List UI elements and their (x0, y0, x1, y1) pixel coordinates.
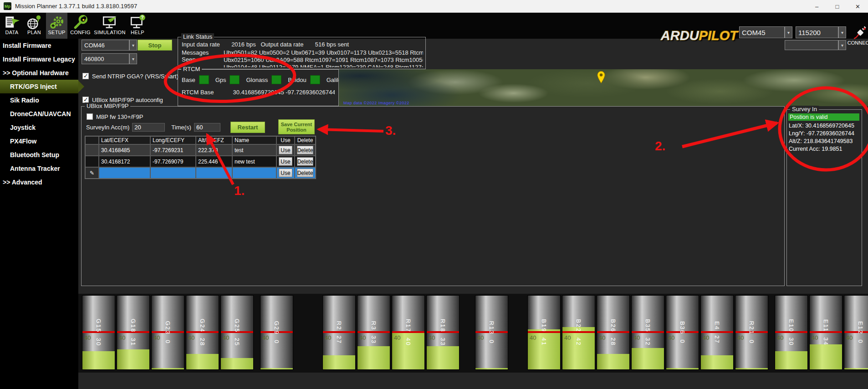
snr-threshold-label: 40 (394, 334, 400, 341)
toolbar-item-help[interactable]: ?HELP (128, 13, 148, 39)
baud-rate-dropdown-arrow[interactable] (838, 26, 846, 38)
table-cell (99, 167, 150, 179)
svg-text:?: ? (141, 15, 143, 20)
sidebar-item-antenna-tracker[interactable]: Antenna Tracker (0, 162, 78, 175)
sidebar-item-px4flow[interactable]: PX4Flow (0, 134, 78, 148)
gps-com-port-select[interactable]: COM46 (82, 40, 129, 51)
survey-status-badge: Postion is valid (788, 113, 859, 121)
satellite-label: E12 0 (857, 321, 864, 344)
ntrip-gga-checkbox[interactable]: Send NTRIP GGA? (VRS/Smart) (82, 72, 179, 80)
toolbar-item-simulation[interactable]: SIMULATION (93, 13, 126, 39)
snr-threshold-label: 40 (703, 334, 709, 341)
satellite-bar-e12: 40E12 0 (844, 295, 868, 370)
satellite-bar-b26: 40B26 28 (597, 295, 630, 370)
snr-threshold-label: 40 (633, 334, 640, 341)
satellite-bar-g18: 40G18 31 (117, 295, 150, 370)
sidebar-item--optional-hardware[interactable]: >> Optional Hardware (0, 66, 78, 80)
window-title: Mission Planner 1.3.77.1 build 1.3.8180.… (15, 3, 137, 10)
satellite-bar-g25: 40G25 25 (220, 295, 254, 370)
main-toolbar: DATAPLANSETUPCONFIGSIMULATION?HELP ARDUP… (0, 13, 868, 39)
satellite-label: R21 0 (748, 321, 755, 344)
delete-button[interactable]: Delete (297, 146, 314, 154)
satellite-label: E10 30 (788, 319, 795, 346)
column-header: Long/ECEFY (150, 136, 196, 144)
rtcm-indicator-light-base (199, 75, 209, 84)
toolbar-item-label: SIMULATION (94, 30, 125, 35)
sidebar-item-install-firmware[interactable]: Install Firmware (0, 39, 78, 52)
restart-button[interactable]: Restart (230, 122, 265, 133)
secondary-port-select[interactable] (785, 40, 838, 50)
snr-threshold-label: 40 (359, 334, 366, 341)
toolbar-item-data[interactable]: DATA (1, 13, 22, 39)
mission-planner-window: Mp Mission Planner 1.3.77.1 build 1.3.81… (0, 0, 868, 389)
sidebar-item-bluetooth-setup[interactable]: Bluetooth Setup (0, 148, 78, 162)
row-selector[interactable]: ✎ (85, 167, 99, 179)
messages-line: Ubx0501=82 Ubx0500=2 Ubx0671=39 Ubx0107=… (224, 49, 423, 56)
table-cell-use: Use (276, 144, 295, 156)
com-port-select[interactable]: COM45 (739, 26, 785, 38)
row-selector[interactable] (85, 144, 99, 156)
connect-button[interactable]: CONNECT (846, 26, 868, 51)
use-button[interactable]: Use (279, 169, 292, 177)
sidebar-item--advanced[interactable]: >> Advanced (0, 175, 78, 189)
snr-threshold-label: 40 (530, 334, 536, 341)
snr-fill (701, 355, 733, 369)
snr-threshold-label: 40 (153, 334, 160, 341)
baud-rate-select[interactable]: 115200 (796, 26, 838, 38)
table-row[interactable]: 30.4168485-97.7269231222.378testUseDelet… (85, 144, 316, 156)
minimize-button[interactable]: – (807, 0, 827, 13)
gps-com-port-dropdown-arrow[interactable] (129, 40, 137, 51)
column-header: Lat/ECEFX (99, 136, 150, 144)
survey-in-panel: Survey In Postion is valid Lat/X: 30.416… (786, 109, 862, 286)
sidebar-item-sik-radio[interactable]: Sik Radio (0, 93, 78, 107)
m8p-fw-checkbox[interactable]: M8P fw 130+/F9P (87, 113, 143, 121)
rtcm-indicator-light-gps (230, 75, 240, 84)
help-icon: ? (129, 14, 146, 31)
table-cell-delete: Delete (295, 167, 316, 179)
delete-button[interactable]: Delete (297, 169, 314, 177)
satellite-label: B19 41 (541, 319, 547, 346)
sidebar-item-install-firmware-legacy[interactable]: Install Firmware Legacy (0, 52, 78, 66)
toolbar-item-config[interactable]: CONFIG (69, 13, 92, 39)
rtcm-indicator-label-glonass: Glonass (246, 77, 268, 83)
maximize-button[interactable]: □ (827, 0, 848, 13)
secondary-port-dropdown-arrow[interactable] (838, 40, 846, 50)
satellite-label: G23 0 (164, 321, 171, 344)
snr-fill (357, 346, 390, 369)
satellite-label: G15 30 (95, 319, 102, 346)
com-port-dropdown-arrow[interactable] (785, 26, 792, 38)
delete-button[interactable]: Delete (297, 157, 314, 166)
table-row[interactable]: ✎UseDelete (85, 167, 316, 179)
time-input[interactable]: 60 (194, 123, 220, 132)
time-label: Time(s) (171, 124, 191, 131)
use-button[interactable]: Use (279, 146, 292, 154)
close-button[interactable]: ✕ (848, 0, 868, 13)
toolbar-item-plan[interactable]: PLAN (24, 13, 45, 39)
satellite-map[interactable]: Map data ©2022 Imagery ©2022 (339, 69, 868, 106)
satellite-label: R13 0 (488, 321, 495, 344)
survey-value-line: Lat/X: 30.4168569720645 (789, 122, 854, 130)
snr-threshold-label: 40 (84, 334, 91, 341)
gps-baud-select[interactable]: 460800 (82, 53, 129, 64)
rtcm-base-coordinates: 30.4168569720645 -97.726936026744 218.84… (233, 89, 335, 96)
surveyin-acc-input[interactable]: 20 (132, 123, 165, 132)
table-row[interactable]: 30.4168172-97.7269079225.446new testUseD… (85, 156, 316, 167)
map-pin-icon (597, 71, 606, 86)
sidebar-item-dronecan-uavcan[interactable]: DroneCAN/UAVCAN (0, 107, 78, 121)
gps-baud-dropdown-arrow[interactable] (129, 53, 137, 64)
satellite-bar-b19: 40B19 41 (527, 295, 561, 370)
row-selector[interactable] (85, 156, 99, 167)
column-header: Delete (295, 136, 316, 144)
satellite-label: E11 34 (822, 319, 829, 346)
stop-button[interactable]: Stop (138, 40, 172, 51)
output-data-rate: 516 bps sent (315, 41, 349, 48)
save-current-position-button[interactable]: Save Current Position (278, 119, 315, 134)
use-button[interactable]: Use (279, 157, 292, 166)
sidebar-item-joystick[interactable]: Joystick (0, 121, 78, 134)
toolbar-item-setup[interactable]: SETUP (46, 13, 67, 39)
satellite-bar-r21: 40R21 0 (735, 295, 768, 370)
satellite-bar-g15: 40G15 30 (82, 295, 115, 370)
sidebar-item-rtk-gps-inject[interactable]: RTK/GPS Inject (0, 80, 78, 93)
table-header-row: Lat/ECEFXLong/ECEFYAlt/ECEFZNameUseDelet… (85, 136, 316, 144)
table-cell-delete: Delete (295, 144, 316, 156)
